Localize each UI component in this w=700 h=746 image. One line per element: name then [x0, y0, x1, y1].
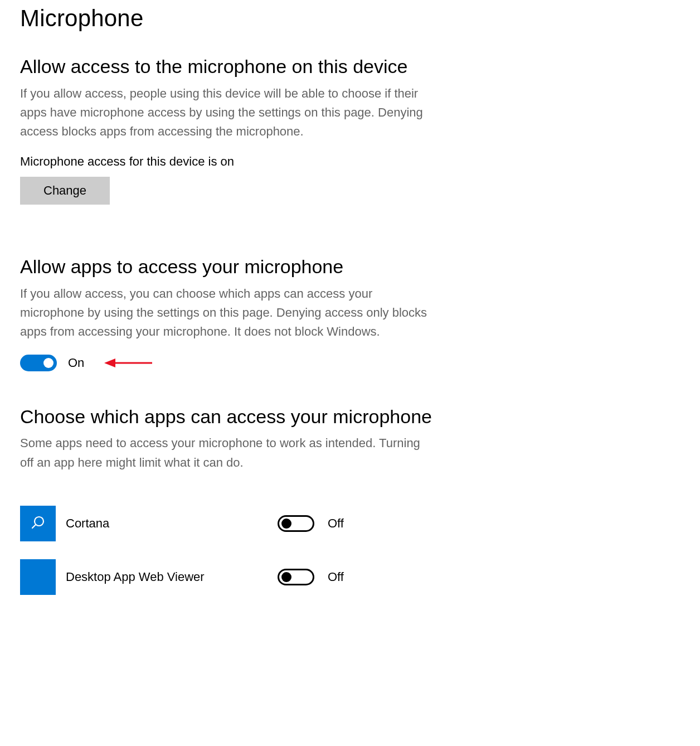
- change-button[interactable]: Change: [20, 177, 110, 205]
- page-title: Microphone: [20, 0, 680, 55]
- section-desc-choose-apps: Some apps need to access your microphone…: [20, 434, 432, 485]
- app-toggle-label: Off: [328, 516, 344, 531]
- app-icon-cortana: [20, 506, 56, 541]
- app-toggle-desktop-app-web-viewer[interactable]: [278, 569, 314, 585]
- apps-access-toggle-label: On: [68, 356, 84, 370]
- section-heading-apps-access: Allow apps to access your microphone: [20, 255, 680, 284]
- app-toggle-label: Off: [328, 570, 344, 584]
- section-desc-apps-access: If you allow access, you can choose whic…: [20, 284, 432, 355]
- device-access-status: Microphone access for this device is on: [20, 154, 680, 177]
- annotation-arrow-icon: [104, 357, 153, 369]
- section-heading-device-access: Allow access to the microphone on this d…: [20, 55, 680, 84]
- app-toggle-cortana[interactable]: [278, 515, 314, 532]
- app-icon-desktop-app-web-viewer: [20, 559, 56, 595]
- app-row-desktop-app-web-viewer: Desktop App Web Viewer Off: [20, 559, 680, 595]
- section-heading-choose-apps: Choose which apps can access your microp…: [20, 405, 680, 434]
- svg-marker-1: [104, 359, 115, 367]
- app-name-label: Desktop App Web Viewer: [66, 570, 278, 584]
- app-name-label: Cortana: [66, 516, 278, 531]
- app-row-cortana: Cortana Off: [20, 506, 680, 541]
- svg-line-3: [32, 525, 36, 528]
- section-desc-device-access: If you allow access, people using this d…: [20, 84, 432, 154]
- search-icon: [30, 515, 46, 532]
- apps-access-toggle[interactable]: [20, 355, 57, 371]
